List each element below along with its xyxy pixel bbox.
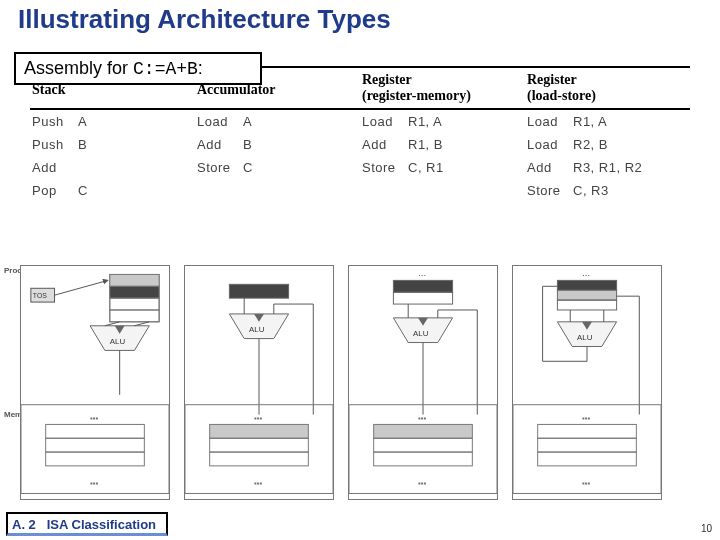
- svg-text:...: ...: [582, 475, 590, 486]
- rm-row-1: AddR1, B: [360, 133, 525, 156]
- svg-rect-49: [374, 438, 473, 452]
- diagram-stack: TOS ALU ... ...: [20, 265, 170, 500]
- acc-row-0: LoadA: [195, 110, 360, 133]
- svg-text:...: ...: [418, 267, 426, 278]
- footer-label: ISA Classification: [47, 517, 156, 532]
- svg-rect-54: [557, 290, 616, 300]
- svg-text:...: ...: [418, 410, 426, 421]
- page-number: 10: [701, 523, 712, 534]
- svg-rect-50: [374, 452, 473, 466]
- svg-rect-32: [210, 438, 309, 452]
- svg-rect-36: [393, 280, 452, 292]
- ls-row-0: LoadR1, A: [525, 110, 690, 133]
- rm-row-2: StoreC, R1: [360, 156, 525, 179]
- svg-line-12: [134, 322, 149, 326]
- svg-rect-53: [557, 280, 616, 290]
- svg-line-11: [105, 322, 120, 326]
- svg-text:...: ...: [90, 410, 98, 421]
- svg-text:...: ...: [254, 475, 262, 486]
- svg-text:ALU: ALU: [577, 333, 593, 342]
- col-header-loadstore: Register(load-store): [525, 68, 690, 108]
- svg-text:...: ...: [582, 410, 590, 421]
- ls-row-1: LoadR2, B: [525, 133, 690, 156]
- footer: A. 2 ISA Classification: [6, 512, 168, 536]
- col-header-regmem: Register(register-memory): [360, 68, 525, 108]
- svg-rect-48: [374, 424, 473, 438]
- svg-rect-1: [110, 274, 159, 286]
- ls-row-2: AddR3, R1, R2: [525, 156, 690, 179]
- ls-row-3: StoreC, R3: [525, 179, 690, 202]
- svg-text:ALU: ALU: [110, 337, 126, 346]
- svg-rect-31: [210, 424, 309, 438]
- stack-row-0: PushA: [30, 110, 195, 133]
- svg-text:...: ...: [90, 475, 98, 486]
- svg-rect-69: [538, 424, 637, 438]
- svg-rect-18: [46, 452, 145, 466]
- svg-text:ALU: ALU: [249, 325, 265, 334]
- diagram-accumulator: ALU ... ...: [184, 265, 334, 500]
- svg-rect-71: [538, 452, 637, 466]
- svg-rect-16: [46, 424, 145, 438]
- assembly-box: Assembly for C:=A+B:: [14, 52, 262, 85]
- svg-text:ALU: ALU: [413, 329, 429, 338]
- svg-rect-17: [46, 438, 145, 452]
- svg-rect-33: [210, 452, 309, 466]
- svg-rect-70: [538, 438, 637, 452]
- architecture-diagrams: TOS ALU ... ...: [20, 265, 690, 500]
- footer-section: A. 2: [12, 517, 36, 532]
- svg-line-7: [55, 280, 108, 295]
- svg-rect-55: [557, 300, 616, 310]
- acc-row-1: AddB: [195, 133, 360, 156]
- stack-row-2: Add: [30, 156, 195, 179]
- diagram-regmem: ... ALU ... ...: [348, 265, 498, 500]
- assembly-suffix: :: [198, 58, 203, 78]
- stack-row-1: PushB: [30, 133, 195, 156]
- svg-text:...: ...: [254, 410, 262, 421]
- diagram-loadstore: ... ALU ...: [512, 265, 662, 500]
- acc-row-2: StoreC: [195, 156, 360, 179]
- assembly-prefix: Assembly for: [24, 58, 133, 78]
- svg-text:...: ...: [582, 267, 590, 278]
- architecture-table: Stack Accumulator Register(register-memo…: [30, 66, 690, 202]
- svg-rect-2: [110, 286, 159, 298]
- svg-text:...: ...: [418, 475, 426, 486]
- svg-text:TOS: TOS: [33, 292, 47, 299]
- svg-rect-20: [229, 284, 288, 298]
- stack-row-3: PopC: [30, 179, 195, 202]
- svg-rect-37: [393, 292, 452, 304]
- assembly-code: C:=A+B: [133, 59, 198, 79]
- rm-row-0: LoadR1, A: [360, 110, 525, 133]
- slide-title: Illustrating Architecture Types: [18, 4, 391, 35]
